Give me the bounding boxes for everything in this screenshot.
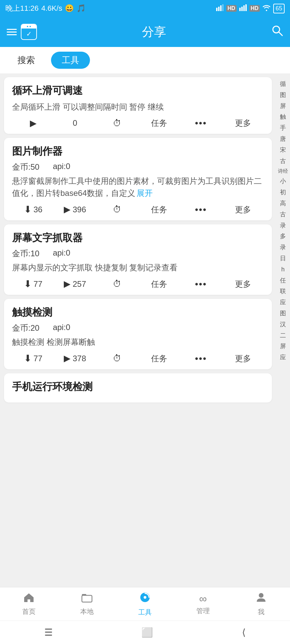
side-index-触[interactable]: 触 (276, 111, 290, 122)
svg-rect-6 (243, 5, 245, 11)
tool-card-loop-scroll: 循环上滑可调速 全局循环上滑 可以调整间隔时间 暂停 继续 ▶ 0 ⏱ 任务 •… (4, 77, 272, 134)
local-label: 本地 (80, 607, 94, 616)
more-button-1[interactable]: 更多 (222, 118, 264, 128)
download-count-4: 77 (34, 354, 43, 363)
side-index: 循 图 屏 触 手 唐 宋 古 诗经 小 初 高 古 录 多 录 日 h 任 联… (276, 77, 290, 584)
nav-me[interactable]: 我 (232, 589, 290, 619)
side-index-古2[interactable]: 古 (276, 209, 290, 220)
sys-menu-button[interactable]: ☰ (44, 627, 53, 638)
tool-title-3: 屏幕文字抓取器 (12, 231, 264, 245)
side-index-录2[interactable]: 录 (276, 242, 290, 253)
side-index-h[interactable]: h (276, 264, 290, 275)
svg-rect-10 (82, 595, 92, 602)
side-index-应2[interactable]: 应 (276, 352, 290, 363)
task-button-2[interactable]: 任务 (138, 204, 180, 215)
dots-button-1[interactable]: ••• (180, 118, 222, 128)
tool-desc-1: 全局循环上滑 可以调整间隔时间 暂停 继续 (12, 101, 264, 113)
tool-actions-4: ⬇ 77 ▶ 378 ⏱ 任务 ••• 更多 (12, 353, 264, 364)
play-button-4[interactable]: ▶ 378 (54, 353, 96, 364)
nav-local[interactable]: 本地 (58, 589, 116, 619)
side-index-录[interactable]: 录 (276, 220, 290, 231)
task-button-4[interactable]: 任务 (138, 353, 180, 364)
filter-bar: 搜索 工具 (0, 47, 290, 74)
download-icon-4: ⬇ (24, 353, 32, 364)
play-button-1[interactable]: ▶ (12, 118, 54, 128)
timer-button-4[interactable]: ⏱ (96, 353, 138, 364)
side-index-高[interactable]: 高 (276, 198, 290, 209)
dots-button-4[interactable]: ••• (180, 353, 222, 364)
more-button-3[interactable]: 更多 (222, 279, 264, 289)
manage-icon: ∞ (199, 593, 207, 605)
svg-rect-4 (239, 8, 241, 11)
dots-icon-3: ••• (195, 279, 207, 289)
side-index-任[interactable]: 任 (276, 275, 290, 286)
tool-tab[interactable]: 工具 (51, 52, 90, 69)
side-index-初[interactable]: 初 (276, 187, 290, 198)
timer-icon-1: ⏱ (113, 118, 122, 128)
task-button-1[interactable]: 任务 (138, 118, 180, 128)
more-button-4[interactable]: 更多 (222, 353, 264, 364)
timer-button-3[interactable]: ⏱ (96, 279, 138, 289)
search-tab[interactable]: 搜索 (7, 52, 46, 69)
tool-api-3: api:0 (53, 248, 70, 259)
play-num-1: 0 (73, 118, 77, 128)
tool-desc-2: 悬浮窗截屏制作工具中使用的图片素材，可裁剪图片为工具识别图片二值化，图片转bas… (12, 175, 264, 199)
hd-badge1: HD (226, 5, 237, 12)
side-index-唐[interactable]: 唐 (276, 133, 290, 145)
sys-back-button[interactable]: ⟨ (242, 627, 246, 638)
download-button-2[interactable]: ⬇ 36 (12, 204, 54, 215)
side-index-屏[interactable]: 屏 (276, 101, 290, 112)
side-index-多[interactable]: 多 (276, 231, 290, 242)
me-icon (255, 592, 267, 606)
expand-link-2[interactable]: 展开 (137, 189, 153, 198)
side-index-二[interactable]: 二 (276, 330, 290, 341)
side-index-图[interactable]: 图 (276, 90, 290, 101)
play-button-2[interactable]: ▶ 396 (54, 204, 96, 215)
side-index-循[interactable]: 循 (276, 78, 290, 90)
calendar-icon[interactable]: ✓ (21, 24, 37, 40)
task-button-3[interactable]: 任务 (138, 279, 180, 289)
tool-actions-3: ⬇ 77 ▶ 257 ⏱ 任务 ••• 更多 (12, 278, 264, 289)
search-button[interactable] (271, 24, 283, 39)
tool-card-env-detect: 手机运行环境检测 (4, 373, 272, 402)
download-button-3[interactable]: ⬇ 77 (12, 278, 54, 289)
menu-icon[interactable] (7, 29, 17, 35)
play-button-3[interactable]: ▶ 257 (54, 279, 96, 289)
nav-home[interactable]: 首页 (0, 589, 58, 619)
more-label-1: 更多 (235, 118, 251, 128)
side-index-小[interactable]: 小 (276, 176, 290, 187)
page-title: 分享 (37, 24, 271, 40)
dots-icon-4: ••• (195, 353, 207, 364)
content-area: 循环上滑可调速 全局循环上滑 可以调整间隔时间 暂停 继续 ▶ 0 ⏱ 任务 •… (0, 74, 290, 587)
side-index-汉[interactable]: 汉 (276, 319, 290, 330)
side-index-日[interactable]: 日 (276, 253, 290, 264)
side-index-联[interactable]: 联 (276, 286, 290, 297)
side-index-应[interactable]: 应 (276, 297, 290, 308)
app-bar: ✓ 分享 (0, 17, 290, 47)
sys-home-button[interactable]: ⬜ (141, 627, 153, 638)
dots-button-2[interactable]: ••• (180, 204, 222, 215)
side-index-手[interactable]: 手 (276, 122, 290, 133)
more-button-2[interactable]: 更多 (222, 204, 264, 215)
side-index-宋[interactable]: 宋 (276, 145, 290, 156)
tool-coins-4: 金币:20 (12, 323, 39, 333)
tool-title-2: 图片制作器 (12, 145, 264, 158)
timer-icon-4: ⏱ (113, 353, 122, 364)
timer-button-2[interactable]: ⏱ (96, 204, 138, 215)
nav-manage[interactable]: ∞ 管理 (174, 590, 232, 618)
play-count-3: 257 (72, 279, 86, 289)
dots-button-3[interactable]: ••• (180, 279, 222, 289)
side-index-诗经[interactable]: 诗经 (276, 166, 290, 176)
side-index-古[interactable]: 古 (276, 156, 290, 167)
svg-line-9 (279, 32, 282, 36)
side-index-图2[interactable]: 图 (276, 308, 290, 319)
svg-rect-1 (218, 7, 220, 11)
tool-title-5: 手机运行环境检测 (12, 380, 264, 394)
side-index-屏2[interactable]: 屏 (276, 341, 290, 352)
nav-tools[interactable]: 工具 (116, 589, 174, 620)
timer-button-1[interactable]: ⏱ (96, 118, 138, 128)
download-button-4[interactable]: ⬇ 77 (12, 353, 54, 364)
tool-card-screen-text: 屏幕文字抓取器 金币:10 api:0 屏幕内显示的文字抓取 快捷复制 复制记录… (4, 224, 272, 295)
status-emoji1: 😀 (65, 4, 74, 13)
svg-rect-2 (220, 5, 222, 11)
